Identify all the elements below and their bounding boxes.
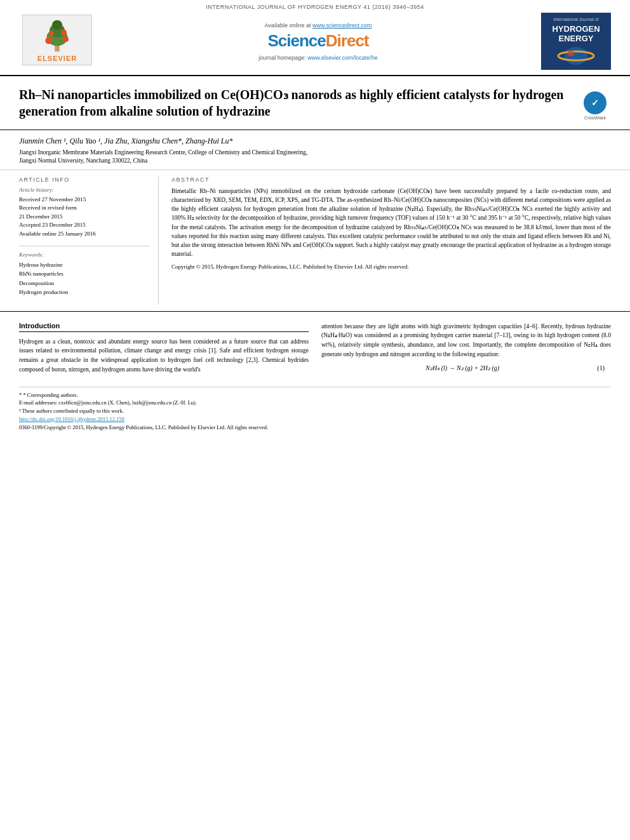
keyword-2: RhNi nanoparticles [19,269,149,278]
article-info-label: ARTICLE INFO [19,177,149,183]
revised-date: 21 December 2015 [19,213,149,222]
keywords-section: Keywords: Hydrous hydrazine RhNi nanopar… [19,251,149,297]
sciencedirect-title: ScienceDirect [108,31,528,51]
crossmark-label: CrossMark [584,116,606,120]
page-header: ELSEVIER Available online at www.science… [0,13,630,76]
elsevier-image: ELSEVIER [22,15,92,65]
svg-point-4 [45,37,52,44]
crossmark-badge[interactable]: ✓ CrossMark [579,91,611,123]
available-online-date: Available online 25 January 2016 [19,230,149,239]
journal-title-bar: INTERNATIONAL JOURNAL OF HYDROGEN ENERGY… [206,4,424,10]
available-online-text: Available online at www.sciencedirect.co… [108,22,528,29]
svg-point-6 [49,31,54,36]
accepted-date: Accepted 23 December 2015 [19,221,149,230]
equation-block: N₂H₄ (l) → N₂ (g) + 2H₂ (g) (1) [321,364,611,371]
equation-text: N₂H₄ (l) → N₂ (g) + 2H₂ (g) [328,364,597,371]
authors-section: Jianmin Chen ¹, Qilu Yao ¹, Jia Zhu, Xia… [0,130,630,170]
history-label: Article history: [19,187,149,193]
hydrogen-energy-logo: International Journal of HYDROGENENERGY [541,13,611,70]
affiliation-line1: Jiangxi Inorganic Membrane Materials Eng… [19,149,611,157]
email-addresses: E-mail addresses: cxs66cn@jxnu.edu.cn (X… [19,399,611,407]
keywords-label: Keywords: [19,251,149,258]
planet-icon [557,46,595,66]
main-content: Introduction Hydrogen as a clean, nontox… [0,311,630,377]
issn-copyright: 0360-3199/Copyright © 2015, Hydrogen Ene… [19,423,611,432]
abstract-text: Bimetallic Rh–Ni nanoparticles (NPs) imm… [171,187,611,259]
introduction-title: Introduction [19,322,309,332]
left-column: ARTICLE INFO Article history: Received 2… [19,177,159,305]
journal-homepage: journal homepage: www.elsevier.com/locat… [108,55,528,61]
elsevier-tree-icon [38,18,76,53]
intro-right-text: attention because they are light atoms w… [321,322,611,359]
svg-point-5 [63,36,69,42]
article-history: Article history: Received 27 November 20… [19,187,149,239]
intro-left-text: Hydrogen as a clean, nontoxic and abunda… [19,337,309,375]
journal-header-bar: INTERNATIONAL JOURNAL OF HYDROGEN ENERGY… [0,0,630,13]
equation-number: (1) [597,364,605,371]
intro-right-column: attention because they are light atoms w… [321,322,611,377]
article-title: Rh–Ni nanoparticles immobilized on Ce(OH… [19,86,579,119]
equal-contribution-note: ¹ These authors contributed equally to t… [19,407,611,415]
svg-point-7 [61,29,67,35]
sciencedirect-url[interactable]: www.sciencedirect.com [312,22,372,29]
svg-point-8 [565,47,587,65]
elsevier-logo: ELSEVIER [19,15,95,68]
abstract-label: ABSTRACT [171,177,611,183]
keyword-1: Hydrous hydrazine [19,260,149,269]
star-icon: * [19,392,22,398]
divider-1 [19,246,149,246]
journal-homepage-link[interactable]: www.elsevier.com/locate/he [307,55,378,61]
article-body-columns: ARTICLE INFO Article history: Received 2… [0,170,630,305]
center-header: Available online at www.sciencedirect.co… [95,22,541,61]
affiliation-line2: Jiangxi Normal University, Nanchang 3300… [19,157,611,165]
intl-journal-text: International Journal of [553,17,598,22]
corresponding-authors-note: * * Corresponding authors. [19,391,611,399]
authors-line: Jianmin Chen ¹, Qilu Yao ¹, Jia Zhu, Xia… [19,137,611,146]
hydrogen-energy-title: HYDROGENENERGY [552,25,600,43]
intro-left-column: Introduction Hydrogen as a clean, nontox… [19,322,309,377]
doi-line: http://dx.doi.org/10.1016/j.ijhydene.201… [19,415,611,423]
copyright-text: Copyright © 2015, Hydrogen Energy Public… [171,263,611,272]
right-column: ABSTRACT Bimetallic Rh–Ni nanoparticles … [171,177,611,305]
elsevier-wordmark: ELSEVIER [37,55,77,62]
revised-label: Received in revised form [19,204,149,213]
keyword-3: Decomposition [19,279,149,288]
crossmark-icon: ✓ [584,91,607,114]
received-date: Received 27 November 2015 [19,196,149,204]
footer-section: * * Corresponding authors. E-mail addres… [19,387,611,432]
keyword-4: Hydrogen production [19,288,149,297]
introduction-columns: Introduction Hydrogen as a clean, nontox… [19,322,611,377]
svg-point-3 [52,20,63,29]
svg-point-10 [568,50,574,57]
article-title-section: Rh–Ni nanoparticles immobilized on Ce(OH… [0,76,630,130]
doi-link[interactable]: http://dx.doi.org/10.1016/j.ijhydene.201… [19,416,124,422]
